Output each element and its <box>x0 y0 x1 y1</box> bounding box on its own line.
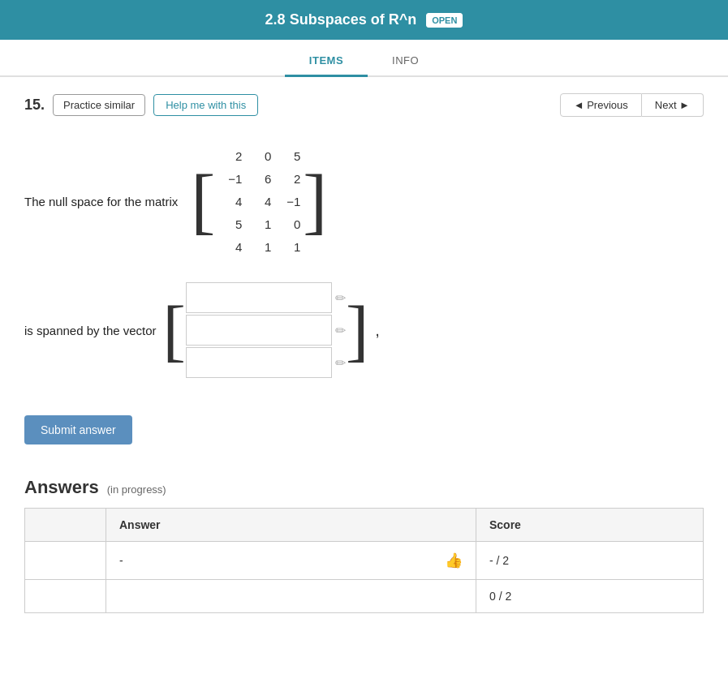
row-1-score: - / 2 <box>476 542 704 580</box>
pencil-icon-1[interactable]: ✏ <box>335 323 346 338</box>
matrix-right-bracket: ] <box>303 165 327 238</box>
table-header-row: Answer Score <box>25 509 704 542</box>
col-header-answer: Answer <box>106 509 476 542</box>
answer-section: is spanned by the vector [ ✏ ✏ ✏ ] , <box>24 277 704 383</box>
answers-header: Answers (in progress) <box>24 477 704 498</box>
main-content: 15. Practice similar Help me with this ◄… <box>0 77 728 629</box>
vector-input-0[interactable] <box>186 282 332 313</box>
vector-wrapper: [ ✏ ✏ ✏ ] <box>163 277 369 383</box>
matrix-cell-3-1: 1 <box>247 217 271 231</box>
matrix-left-bracket: [ <box>191 165 215 238</box>
vector-input-row-1: ✏ <box>186 315 346 346</box>
help-button[interactable]: Help me with this <box>153 94 258 116</box>
answers-section: Answers (in progress) Answer Score - 👍 <box>24 477 704 613</box>
vector-input-row-0: ✏ <box>186 282 346 313</box>
vector-inputs: ✏ ✏ ✏ <box>186 277 346 383</box>
pencil-icon-2[interactable]: ✏ <box>335 355 346 371</box>
matrix-cell-1-1: 6 <box>247 172 271 186</box>
answer-prefix-text: is spanned by the vector <box>24 324 157 337</box>
matrix-content: 2 0 5 −1 6 2 4 4 −1 5 1 0 4 1 1 <box>215 141 303 261</box>
answers-table: Answer Score - 👍 - / 2 <box>24 508 704 613</box>
item-header-row: 15. Practice similar Help me with this ◄… <box>24 93 704 117</box>
row-1-num <box>25 542 106 580</box>
matrix-cell-1-0: −1 <box>218 172 242 186</box>
matrix-cell-2-1: 4 <box>247 195 271 208</box>
vector-input-2[interactable] <box>186 347 332 378</box>
comma-separator: , <box>375 321 380 340</box>
row-2-answer <box>106 580 476 613</box>
matrix-cell-0-0: 2 <box>218 149 242 163</box>
matrix-cell-4-0: 4 <box>218 240 242 254</box>
pencil-icon-0[interactable]: ✏ <box>335 290 346 306</box>
matrix-cell-0-2: 5 <box>276 149 300 163</box>
row-1-answer-text: - <box>119 554 123 567</box>
table-body: - 👍 - / 2 0 / 2 <box>25 542 704 613</box>
vector-right-bracket: ] <box>346 296 368 365</box>
previous-button[interactable]: ◄ Previous <box>560 93 642 117</box>
problem-prefix-text: The null space for the matrix <box>24 195 178 208</box>
col-header-num <box>25 509 106 542</box>
table-row: 0 / 2 <box>25 580 704 613</box>
matrix-cell-3-2: 0 <box>276 217 300 231</box>
matrix: [ 2 0 5 −1 6 2 4 4 −1 5 1 0 4 1 <box>191 141 327 261</box>
item-left-controls: 15. Practice similar Help me with this <box>24 94 258 116</box>
navigation-buttons: ◄ Previous Next ► <box>560 93 704 117</box>
tab-info[interactable]: INFO <box>368 46 443 77</box>
vector-input-row-2: ✏ <box>186 347 346 378</box>
vector-left-bracket: [ <box>163 296 186 365</box>
table-header: Answer Score <box>25 509 704 542</box>
matrix-cell-2-2: −1 <box>276 195 300 208</box>
open-badge: OPEN <box>426 13 463 28</box>
thumb-icon-0: 👍 <box>445 552 463 569</box>
matrix-cell-1-2: 2 <box>276 172 300 186</box>
answers-title: Answers <box>24 477 99 498</box>
matrix-cell-0-1: 0 <box>247 149 271 163</box>
practice-similar-button[interactable]: Practice similar <box>53 94 145 116</box>
tab-items[interactable]: ITEMS <box>285 46 368 77</box>
table-row: - 👍 - / 2 <box>25 542 704 580</box>
next-button[interactable]: Next ► <box>642 93 704 117</box>
tab-bar: ITEMS INFO <box>0 40 728 77</box>
row-1-answer: - 👍 <box>106 542 476 580</box>
matrix-cell-3-0: 5 <box>218 217 242 231</box>
col-header-score: Score <box>476 509 704 542</box>
matrix-cell-2-0: 4 <box>218 195 242 208</box>
answers-status: (in progress) <box>107 483 166 496</box>
matrix-cell-4-1: 1 <box>247 240 271 254</box>
row-2-num <box>25 580 106 613</box>
matrix-cell-4-2: 1 <box>276 240 300 254</box>
row-2-score: 0 / 2 <box>476 580 704 613</box>
page-header: 2.8 Subspaces of R^n OPEN <box>0 0 728 40</box>
row-1-answer-content: - 👍 <box>119 552 463 569</box>
problem-area: The null space for the matrix [ 2 0 5 −1… <box>24 141 704 261</box>
page-title: 2.8 Subspaces of R^n <box>265 11 417 28</box>
submit-answer-button[interactable]: Submit answer <box>24 415 132 444</box>
vector-input-1[interactable] <box>186 315 332 346</box>
item-number: 15. <box>24 97 45 114</box>
